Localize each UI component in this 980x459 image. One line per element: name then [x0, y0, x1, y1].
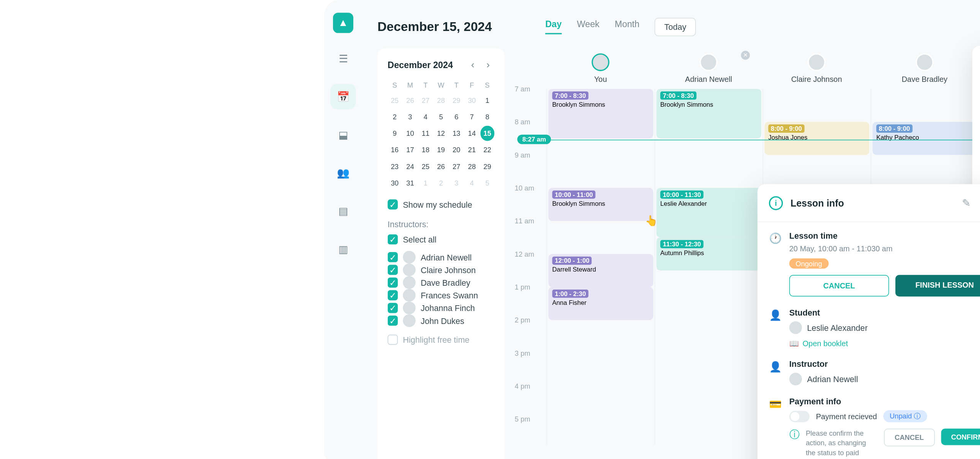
- cal-day[interactable]: 26: [434, 159, 448, 174]
- calendar-event[interactable]: 1:00 - 2:30Anna Fisher: [549, 287, 653, 320]
- cancel-lesson-button[interactable]: CANCEL: [789, 275, 889, 296]
- cursor-icon: 👆: [645, 215, 658, 227]
- column-name: Adrian Newell: [685, 75, 732, 84]
- cal-day[interactable]: 13: [449, 126, 464, 141]
- cal-day[interactable]: 20: [449, 142, 464, 158]
- cal-day[interactable]: 9: [388, 126, 402, 141]
- cal-day[interactable]: 29: [480, 159, 494, 174]
- open-booklet-link[interactable]: 📖Open booklet: [789, 339, 980, 348]
- calendar-event[interactable]: 12:00 - 1:00Darrell Steward: [549, 254, 653, 287]
- cal-day[interactable]: 7: [465, 109, 479, 125]
- cal-day[interactable]: 14: [465, 126, 479, 141]
- lesson-time-label: Lesson time: [789, 231, 980, 241]
- clock-icon: 🕐: [769, 231, 781, 296]
- cal-day[interactable]: 30: [465, 93, 479, 108]
- nav-inbox[interactable]: ⬓: [330, 122, 356, 147]
- instructor-name: Dave Bradley: [421, 278, 470, 287]
- info-icon: ⓘ: [789, 429, 800, 442]
- cal-day[interactable]: 18: [418, 142, 433, 158]
- cal-day[interactable]: 2: [388, 109, 402, 125]
- cal-day[interactable]: 3: [449, 175, 464, 190]
- payment-confirm-button[interactable]: CONFIRM: [941, 429, 980, 445]
- nav-dashboard[interactable]: ☰: [330, 46, 356, 71]
- cal-day[interactable]: 15: [480, 126, 494, 141]
- cal-day[interactable]: 22: [480, 142, 494, 158]
- cal-day[interactable]: 8: [480, 109, 494, 125]
- instructor-name: Adrian Newell: [807, 374, 858, 384]
- edit-icon[interactable]: ✎: [960, 194, 973, 212]
- cal-day[interactable]: 5: [434, 109, 448, 125]
- cal-day[interactable]: 26: [403, 93, 417, 108]
- cal-day[interactable]: 25: [388, 93, 402, 108]
- instructor-checkbox[interactable]: ✓: [388, 265, 398, 275]
- cal-day[interactable]: 5: [480, 175, 494, 190]
- calendar-event[interactable]: 7:00 - 8:30Brooklyn Simmons: [657, 89, 761, 138]
- cal-day[interactable]: 30: [388, 175, 402, 190]
- now-badge: 8:27 am: [517, 135, 551, 144]
- calendar-event[interactable]: 10:00 - 11:00Brooklyn Simmons: [549, 188, 653, 221]
- popover-title: Lesson info: [791, 197, 952, 208]
- cal-day[interactable]: 10: [403, 126, 417, 141]
- highlight-free-checkbox[interactable]: [388, 335, 398, 345]
- payment-alert: Please confirm the action, as changing t…: [806, 429, 877, 459]
- payment-toggle[interactable]: [789, 410, 810, 422]
- payment-cancel-button[interactable]: CANCEL: [884, 429, 935, 446]
- cal-day[interactable]: 21: [465, 142, 479, 158]
- cal-day[interactable]: 31: [403, 175, 417, 190]
- instructor-checkbox[interactable]: ✓: [388, 277, 398, 288]
- cal-day[interactable]: 27: [418, 93, 433, 108]
- cal-day[interactable]: 29: [449, 93, 464, 108]
- nav-reports[interactable]: ▤: [330, 198, 356, 223]
- cal-day[interactable]: 1: [418, 175, 433, 190]
- calendar-event[interactable]: 7:00 - 8:30Brooklyn Simmons: [549, 89, 653, 138]
- cal-day[interactable]: 12: [434, 126, 448, 141]
- instructor-checkbox[interactable]: ✓: [388, 316, 398, 326]
- user-icon: 👤: [769, 308, 781, 348]
- instructor-checkbox[interactable]: ✓: [388, 303, 398, 313]
- nav-students[interactable]: 👥: [330, 160, 356, 185]
- cal-day[interactable]: 28: [465, 159, 479, 174]
- cal-day[interactable]: 23: [388, 159, 402, 174]
- cal-day[interactable]: 25: [418, 159, 433, 174]
- cal-day[interactable]: 11: [418, 126, 433, 141]
- avatar: [789, 321, 802, 334]
- show-my-schedule-checkbox[interactable]: ✓: [388, 199, 398, 210]
- cal-day[interactable]: 3: [403, 109, 417, 125]
- calendar-event[interactable]: 8:00 - 9:00Kathy Pacheco: [872, 122, 977, 155]
- calendar-event[interactable]: 11:30 - 12:30Autumn Phillips: [657, 238, 761, 270]
- lesson-info-popover: i Lesson info ✎ ✕ 🕐 Lesson time 20 May, …: [758, 184, 980, 459]
- unpaid-badge: Unpaid ⓘ: [883, 410, 927, 422]
- minical-prev[interactable]: ‹: [466, 59, 479, 71]
- instructor-checkbox[interactable]: ✓: [388, 290, 398, 301]
- remove-column-icon[interactable]: ✕: [741, 51, 750, 60]
- nav-calendar[interactable]: 📅: [330, 84, 356, 109]
- cal-day[interactable]: 2: [434, 175, 448, 190]
- tab-month[interactable]: Month: [615, 19, 640, 34]
- lesson-time-value: 20 May, 10:00 am - 11:030 am: [789, 244, 980, 253]
- cal-day[interactable]: 16: [388, 142, 402, 158]
- cal-day[interactable]: 1: [480, 93, 494, 108]
- avatar: [403, 302, 415, 314]
- cal-day[interactable]: 17: [403, 142, 417, 158]
- cal-day[interactable]: 24: [403, 159, 417, 174]
- nav-building[interactable]: ▥: [330, 236, 356, 262]
- select-all-checkbox[interactable]: ✓: [388, 234, 398, 245]
- tab-day[interactable]: Day: [546, 19, 562, 34]
- payment-received-label: Payment recieved: [816, 412, 877, 421]
- calendar-event[interactable]: 8:00 - 9:00Joshua Jones: [764, 122, 869, 155]
- finish-lesson-button[interactable]: FINISH LESSON: [895, 275, 980, 296]
- cal-day[interactable]: 27: [449, 159, 464, 174]
- cal-day[interactable]: 4: [465, 175, 479, 190]
- avatar: [403, 289, 415, 301]
- minical-next[interactable]: ›: [482, 59, 494, 71]
- cal-day[interactable]: 28: [434, 93, 448, 108]
- calendar-event[interactable]: 10:00 - 11:30Leslie Alexander: [657, 188, 761, 237]
- tab-week[interactable]: Week: [577, 19, 599, 34]
- cal-day[interactable]: 6: [449, 109, 464, 125]
- cal-day[interactable]: 4: [418, 109, 433, 125]
- avatar: [789, 373, 802, 385]
- today-button[interactable]: Today: [655, 18, 696, 36]
- instructor-checkbox[interactable]: ✓: [388, 252, 398, 262]
- avatar: [403, 251, 415, 264]
- cal-day[interactable]: 19: [434, 142, 448, 158]
